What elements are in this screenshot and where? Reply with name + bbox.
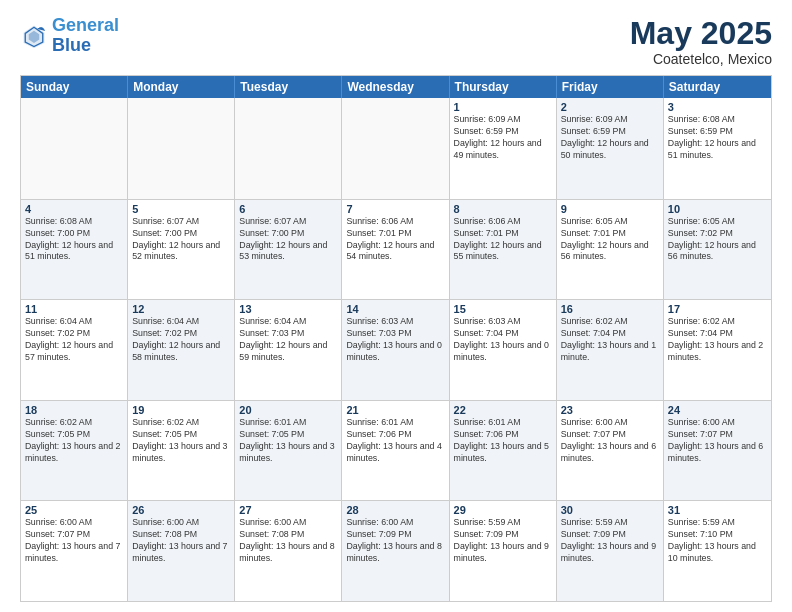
- day-cell: 26Sunrise: 6:00 AM Sunset: 7:08 PM Dayli…: [128, 501, 235, 601]
- day-cell: 5Sunrise: 6:07 AM Sunset: 7:00 PM Daylig…: [128, 200, 235, 300]
- day-number: 14: [346, 303, 444, 315]
- calendar-body: 1Sunrise: 6:09 AM Sunset: 6:59 PM Daylig…: [21, 98, 771, 601]
- day-info: Sunrise: 6:04 AM Sunset: 7:02 PM Dayligh…: [132, 316, 230, 364]
- day-info: Sunrise: 6:02 AM Sunset: 7:05 PM Dayligh…: [25, 417, 123, 465]
- weekday-header: Monday: [128, 76, 235, 98]
- day-info: Sunrise: 6:09 AM Sunset: 6:59 PM Dayligh…: [454, 114, 552, 162]
- day-cell: 7Sunrise: 6:06 AM Sunset: 7:01 PM Daylig…: [342, 200, 449, 300]
- day-info: Sunrise: 5:59 AM Sunset: 7:09 PM Dayligh…: [561, 517, 659, 565]
- day-number: 16: [561, 303, 659, 315]
- day-number: 25: [25, 504, 123, 516]
- day-info: Sunrise: 6:03 AM Sunset: 7:03 PM Dayligh…: [346, 316, 444, 364]
- day-number: 19: [132, 404, 230, 416]
- day-cell: 6Sunrise: 6:07 AM Sunset: 7:00 PM Daylig…: [235, 200, 342, 300]
- day-info: Sunrise: 6:06 AM Sunset: 7:01 PM Dayligh…: [346, 216, 444, 264]
- day-info: Sunrise: 6:05 AM Sunset: 7:01 PM Dayligh…: [561, 216, 659, 264]
- day-info: Sunrise: 5:59 AM Sunset: 7:09 PM Dayligh…: [454, 517, 552, 565]
- day-number: 21: [346, 404, 444, 416]
- day-number: 20: [239, 404, 337, 416]
- day-cell: 21Sunrise: 6:01 AM Sunset: 7:06 PM Dayli…: [342, 401, 449, 501]
- day-number: 3: [668, 101, 767, 113]
- day-info: Sunrise: 6:00 AM Sunset: 7:07 PM Dayligh…: [668, 417, 767, 465]
- day-cell: 18Sunrise: 6:02 AM Sunset: 7:05 PM Dayli…: [21, 401, 128, 501]
- day-cell: 4Sunrise: 6:08 AM Sunset: 7:00 PM Daylig…: [21, 200, 128, 300]
- day-number: 26: [132, 504, 230, 516]
- empty-cell: [342, 98, 449, 199]
- day-cell: 30Sunrise: 5:59 AM Sunset: 7:09 PM Dayli…: [557, 501, 664, 601]
- day-info: Sunrise: 6:02 AM Sunset: 7:04 PM Dayligh…: [561, 316, 659, 364]
- day-cell: 12Sunrise: 6:04 AM Sunset: 7:02 PM Dayli…: [128, 300, 235, 400]
- day-cell: 8Sunrise: 6:06 AM Sunset: 7:01 PM Daylig…: [450, 200, 557, 300]
- day-info: Sunrise: 6:08 AM Sunset: 6:59 PM Dayligh…: [668, 114, 767, 162]
- day-cell: 15Sunrise: 6:03 AM Sunset: 7:04 PM Dayli…: [450, 300, 557, 400]
- day-info: Sunrise: 6:01 AM Sunset: 7:05 PM Dayligh…: [239, 417, 337, 465]
- day-info: Sunrise: 6:02 AM Sunset: 7:05 PM Dayligh…: [132, 417, 230, 465]
- day-number: 31: [668, 504, 767, 516]
- day-cell: 29Sunrise: 5:59 AM Sunset: 7:09 PM Dayli…: [450, 501, 557, 601]
- day-number: 7: [346, 203, 444, 215]
- day-cell: 31Sunrise: 5:59 AM Sunset: 7:10 PM Dayli…: [664, 501, 771, 601]
- day-cell: 22Sunrise: 6:01 AM Sunset: 7:06 PM Dayli…: [450, 401, 557, 501]
- day-cell: 9Sunrise: 6:05 AM Sunset: 7:01 PM Daylig…: [557, 200, 664, 300]
- calendar-row: 11Sunrise: 6:04 AM Sunset: 7:02 PM Dayli…: [21, 299, 771, 400]
- day-info: Sunrise: 6:02 AM Sunset: 7:04 PM Dayligh…: [668, 316, 767, 364]
- day-cell: 20Sunrise: 6:01 AM Sunset: 7:05 PM Dayli…: [235, 401, 342, 501]
- day-number: 10: [668, 203, 767, 215]
- weekday-header: Saturday: [664, 76, 771, 98]
- day-number: 1: [454, 101, 552, 113]
- day-cell: 2Sunrise: 6:09 AM Sunset: 6:59 PM Daylig…: [557, 98, 664, 199]
- day-number: 4: [25, 203, 123, 215]
- weekday-header: Sunday: [21, 76, 128, 98]
- day-number: 30: [561, 504, 659, 516]
- day-cell: 14Sunrise: 6:03 AM Sunset: 7:03 PM Dayli…: [342, 300, 449, 400]
- day-cell: 25Sunrise: 6:00 AM Sunset: 7:07 PM Dayli…: [21, 501, 128, 601]
- day-number: 28: [346, 504, 444, 516]
- logo-text: General Blue: [52, 16, 119, 56]
- calendar-row: 1Sunrise: 6:09 AM Sunset: 6:59 PM Daylig…: [21, 98, 771, 199]
- day-cell: 19Sunrise: 6:02 AM Sunset: 7:05 PM Dayli…: [128, 401, 235, 501]
- day-cell: 16Sunrise: 6:02 AM Sunset: 7:04 PM Dayli…: [557, 300, 664, 400]
- header: General Blue May 2025 Coatetelco, Mexico: [20, 16, 772, 67]
- day-cell: 23Sunrise: 6:00 AM Sunset: 7:07 PM Dayli…: [557, 401, 664, 501]
- day-info: Sunrise: 6:01 AM Sunset: 7:06 PM Dayligh…: [454, 417, 552, 465]
- calendar-row: 18Sunrise: 6:02 AM Sunset: 7:05 PM Dayli…: [21, 400, 771, 501]
- day-number: 5: [132, 203, 230, 215]
- day-number: 15: [454, 303, 552, 315]
- day-info: Sunrise: 6:09 AM Sunset: 6:59 PM Dayligh…: [561, 114, 659, 162]
- calendar-location: Coatetelco, Mexico: [630, 51, 772, 67]
- day-info: Sunrise: 6:04 AM Sunset: 7:02 PM Dayligh…: [25, 316, 123, 364]
- day-number: 11: [25, 303, 123, 315]
- weekday-header: Friday: [557, 76, 664, 98]
- day-number: 2: [561, 101, 659, 113]
- day-number: 12: [132, 303, 230, 315]
- calendar: SundayMondayTuesdayWednesdayThursdayFrid…: [20, 75, 772, 602]
- day-info: Sunrise: 5:59 AM Sunset: 7:10 PM Dayligh…: [668, 517, 767, 565]
- day-number: 22: [454, 404, 552, 416]
- weekday-header: Wednesday: [342, 76, 449, 98]
- title-block: May 2025 Coatetelco, Mexico: [630, 16, 772, 67]
- day-cell: 10Sunrise: 6:05 AM Sunset: 7:02 PM Dayli…: [664, 200, 771, 300]
- day-info: Sunrise: 6:08 AM Sunset: 7:00 PM Dayligh…: [25, 216, 123, 264]
- day-number: 17: [668, 303, 767, 315]
- day-info: Sunrise: 6:07 AM Sunset: 7:00 PM Dayligh…: [132, 216, 230, 264]
- day-number: 8: [454, 203, 552, 215]
- day-number: 13: [239, 303, 337, 315]
- day-info: Sunrise: 6:05 AM Sunset: 7:02 PM Dayligh…: [668, 216, 767, 264]
- day-cell: 1Sunrise: 6:09 AM Sunset: 6:59 PM Daylig…: [450, 98, 557, 199]
- day-info: Sunrise: 6:00 AM Sunset: 7:07 PM Dayligh…: [25, 517, 123, 565]
- day-number: 24: [668, 404, 767, 416]
- day-cell: 17Sunrise: 6:02 AM Sunset: 7:04 PM Dayli…: [664, 300, 771, 400]
- day-info: Sunrise: 6:00 AM Sunset: 7:09 PM Dayligh…: [346, 517, 444, 565]
- empty-cell: [235, 98, 342, 199]
- day-info: Sunrise: 6:00 AM Sunset: 7:08 PM Dayligh…: [239, 517, 337, 565]
- day-info: Sunrise: 6:01 AM Sunset: 7:06 PM Dayligh…: [346, 417, 444, 465]
- day-number: 23: [561, 404, 659, 416]
- calendar-row: 25Sunrise: 6:00 AM Sunset: 7:07 PM Dayli…: [21, 500, 771, 601]
- page: General Blue May 2025 Coatetelco, Mexico…: [0, 0, 792, 612]
- day-cell: 13Sunrise: 6:04 AM Sunset: 7:03 PM Dayli…: [235, 300, 342, 400]
- logo: General Blue: [20, 16, 119, 56]
- weekday-header: Thursday: [450, 76, 557, 98]
- day-cell: 27Sunrise: 6:00 AM Sunset: 7:08 PM Dayli…: [235, 501, 342, 601]
- day-info: Sunrise: 6:06 AM Sunset: 7:01 PM Dayligh…: [454, 216, 552, 264]
- day-cell: 3Sunrise: 6:08 AM Sunset: 6:59 PM Daylig…: [664, 98, 771, 199]
